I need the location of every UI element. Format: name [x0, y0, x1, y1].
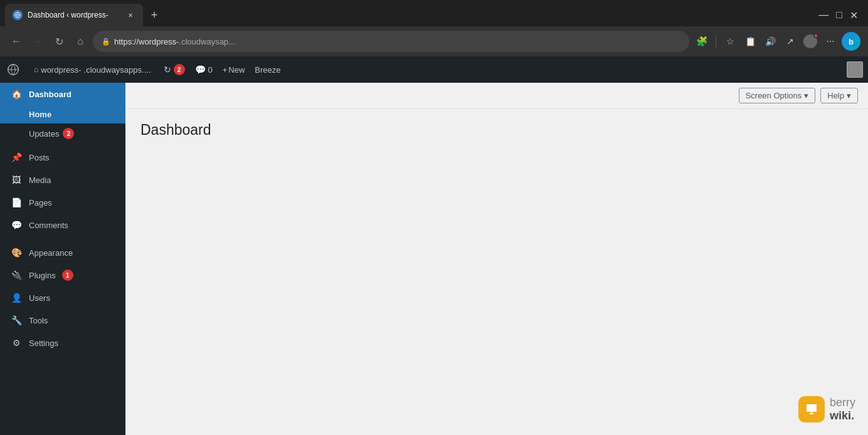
- comments-count: 0: [208, 65, 213, 75]
- favorites-icon[interactable]: ☆: [721, 33, 739, 50]
- more-options-icon[interactable]: ···: [822, 33, 839, 50]
- page-title: Dashboard: [140, 122, 853, 139]
- watermark-brand2: wiki.: [830, 409, 854, 422]
- minimize-button[interactable]: —: [818, 9, 828, 21]
- browser-chrome: Dashboard ‹ wordpress- ✕ + — □ ✕ ← → ↻ ⌂…: [0, 0, 868, 56]
- tab-favicon: [13, 10, 23, 20]
- sidebar-item-comments[interactable]: 💬 Comments: [0, 214, 125, 236]
- sidebar-settings-label: Settings: [29, 338, 58, 348]
- appearance-icon: 🎨: [10, 246, 23, 259]
- plugins-badge: 1: [62, 270, 73, 281]
- browser-toolbar-icons: 🧩 ☆ 📋 🔊 ↗ ··· b: [693, 32, 860, 51]
- sidebar-item-pages[interactable]: 📄 Pages: [0, 191, 125, 214]
- maximize-button[interactable]: □: [836, 9, 842, 21]
- watermark: berry wiki.: [798, 396, 855, 422]
- home-button[interactable]: ⌂: [71, 33, 89, 50]
- sidebar-item-tools[interactable]: 🔧 Tools: [0, 309, 125, 332]
- back-button[interactable]: ←: [8, 33, 25, 50]
- wp-admin-bar: ⌂ wordpress- .cloudwaysapps.... ↻ 2 💬 0 …: [0, 56, 868, 83]
- sidebar-tools-label: Tools: [29, 316, 48, 325]
- updates-badge: 2: [174, 64, 185, 75]
- wp-admin: ⌂ wordpress- .cloudwaysapps.... ↻ 2 💬 0 …: [0, 56, 868, 435]
- tab-close-icon[interactable]: ✕: [125, 10, 135, 20]
- sidebar-sub-item-updates[interactable]: Updates 2: [0, 123, 125, 144]
- new-plus-icon: +: [223, 65, 228, 75]
- tab-title: Dashboard ‹ wordpress-: [28, 11, 120, 19]
- wp-main: Screen Options ▾ Help ▾ Dashboard: [125, 83, 868, 435]
- sidebar-comments-label: Comments: [29, 221, 68, 230]
- updates-label: Updates: [29, 129, 59, 139]
- address-bar[interactable]: 🔒 https://wordpress-.cloudwaysap...: [93, 31, 689, 52]
- admin-bar-updates[interactable]: ↻ 2: [159, 56, 190, 83]
- admin-bar-avatar[interactable]: [842, 56, 868, 83]
- wp-sidebar: 🏠 Dashboard Home Updates 2 📌 Posts 🖼 Med…: [0, 83, 125, 435]
- users-icon: 👤: [10, 291, 23, 304]
- admin-bar-new[interactable]: + New: [218, 56, 250, 83]
- settings-icon: ⚙: [10, 337, 23, 349]
- screen-options-button[interactable]: Screen Options ▾: [739, 88, 816, 103]
- help-label: Help: [827, 91, 844, 100]
- bing-icon[interactable]: b: [842, 32, 860, 51]
- admin-bar-site-icon: ⌂: [34, 65, 38, 74]
- admin-bar-plugin[interactable]: Breeze: [250, 56, 285, 83]
- plugin-name: Breeze: [255, 65, 280, 75]
- admin-bar-site-domain: .cloudwaysapps....: [84, 65, 151, 75]
- sidebar-pages-label: Pages: [29, 198, 52, 207]
- help-button[interactable]: Help ▾: [820, 88, 858, 103]
- admin-bar-comments[interactable]: 💬 0: [190, 56, 218, 83]
- comments-sidebar-icon: 💬: [10, 219, 23, 231]
- tools-icon: 🔧: [10, 314, 23, 327]
- sidebar-posts-label: Posts: [29, 153, 50, 162]
- new-label: New: [228, 65, 245, 75]
- sidebar-item-plugins[interactable]: 🔌 Plugins 1: [0, 264, 125, 286]
- updates-icon: ↻: [164, 65, 171, 75]
- pages-icon: 📄: [10, 196, 23, 209]
- browser-tab-active[interactable]: Dashboard ‹ wordpress- ✕: [5, 4, 143, 26]
- sidebar-media-label: Media: [29, 176, 51, 185]
- collections-icon[interactable]: 📋: [741, 33, 759, 50]
- url-text: https://wordpress-.cloudwaysap...: [114, 37, 680, 46]
- main-area: [140, 149, 853, 399]
- forward-button[interactable]: →: [29, 33, 46, 50]
- extensions-icon[interactable]: 🧩: [693, 33, 711, 50]
- browser-toolbar: ← → ↻ ⌂ 🔒 https://wordpress-.cloudwaysap…: [0, 26, 868, 56]
- wp-body: 🏠 Dashboard Home Updates 2 📌 Posts 🖼 Med…: [0, 83, 868, 435]
- admin-bar-site-name: wordpress-: [41, 65, 81, 75]
- updates-sidebar-badge: 2: [63, 128, 74, 139]
- screen-options-label: Screen Options: [746, 91, 802, 100]
- sidebar-dashboard-label: Dashboard: [29, 90, 71, 99]
- watermark-brand: berry: [830, 396, 855, 409]
- media-icon: 🖼: [10, 174, 23, 186]
- sidebar-item-settings[interactable]: ⚙ Settings: [0, 332, 125, 354]
- watermark-text: berry wiki.: [830, 396, 855, 422]
- wp-main-header: Screen Options ▾ Help ▾: [125, 83, 868, 109]
- window-controls: — □ ✕: [818, 9, 863, 21]
- sidebar-item-users[interactable]: 👤 Users: [0, 286, 125, 309]
- sidebar-item-dashboard[interactable]: 🏠 Dashboard: [0, 83, 125, 105]
- admin-bar-site[interactable]: ⌂ wordpress- .cloudwaysapps....: [26, 56, 159, 83]
- help-chevron: ▾: [847, 91, 851, 100]
- tab-bar: Dashboard ‹ wordpress- ✕ + — □ ✕: [0, 0, 868, 26]
- new-tab-button[interactable]: +: [146, 6, 163, 24]
- plugins-icon: 🔌: [10, 269, 23, 281]
- lock-icon: 🔒: [102, 38, 110, 46]
- sidebar-item-media[interactable]: 🖼 Media: [0, 169, 125, 191]
- sidebar-item-posts[interactable]: 📌 Posts: [0, 146, 125, 169]
- read-aloud-icon[interactable]: 🔊: [761, 33, 779, 50]
- sidebar-appearance-label: Appearance: [29, 248, 73, 258]
- sidebar-plugins-label: Plugins: [29, 271, 56, 280]
- sidebar-users-label: Users: [29, 293, 50, 303]
- watermark-icon: [798, 396, 825, 422]
- comments-icon: 💬: [195, 65, 206, 75]
- screen-options-chevron: ▾: [804, 91, 808, 100]
- home-label: Home: [29, 110, 51, 119]
- close-button[interactable]: ✕: [850, 9, 858, 21]
- wp-logo[interactable]: [0, 56, 26, 83]
- sidebar-sub-item-home[interactable]: Home: [0, 105, 125, 123]
- wp-main-content: Dashboard: [125, 109, 868, 412]
- sidebar-item-appearance[interactable]: 🎨 Appearance: [0, 241, 125, 264]
- posts-icon: 📌: [10, 151, 23, 164]
- persona-icon[interactable]: [802, 33, 819, 50]
- refresh-button[interactable]: ↻: [50, 33, 68, 50]
- share-icon[interactable]: ↗: [781, 33, 799, 50]
